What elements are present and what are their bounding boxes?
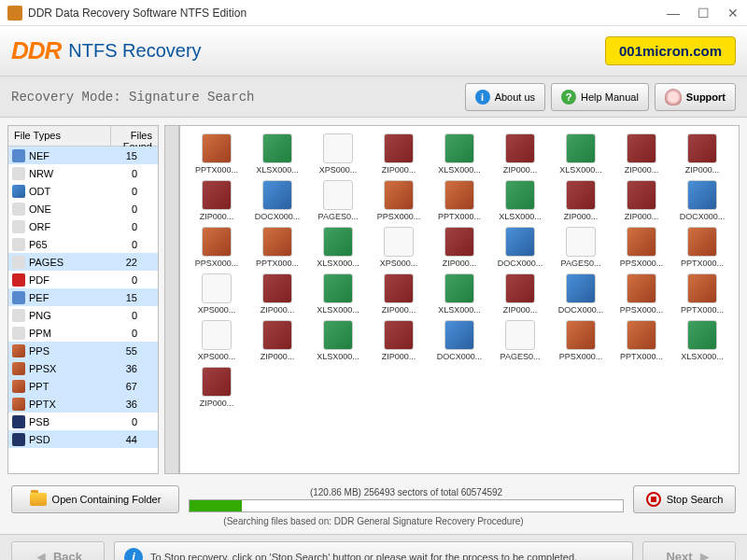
file-type-name: PAGES <box>29 257 109 268</box>
file-item[interactable]: XLSX000... <box>552 133 610 175</box>
file-item[interactable]: DOCX000... <box>430 320 488 361</box>
file-label: ZIP000... <box>382 352 416 361</box>
file-item[interactable]: PAGES0... <box>309 180 367 221</box>
recovery-mode-label: Recovery Mode: Signature Search <box>11 90 459 105</box>
file-item[interactable]: PPTX000... <box>430 180 488 221</box>
file-type-row[interactable]: ORF0 <box>8 217 158 235</box>
file-item[interactable]: PAGES0... <box>552 227 610 268</box>
file-label: PPSX000... <box>559 352 603 361</box>
file-item[interactable]: PPSX000... <box>613 273 670 315</box>
file-type-row[interactable]: PDF0 <box>8 271 158 288</box>
file-item[interactable]: PPTX000... <box>248 227 306 268</box>
file-icon <box>687 273 717 303</box>
file-item[interactable]: XLSX000... <box>491 180 549 221</box>
close-button[interactable]: ✕ <box>726 7 740 20</box>
file-item[interactable]: PPTX000... <box>613 320 670 361</box>
file-type-row[interactable]: PNG0 <box>8 306 158 324</box>
open-containing-folder-button[interactable]: Open Containing Folder <box>11 485 179 513</box>
next-button[interactable]: Next ► <box>642 541 736 561</box>
file-item[interactable]: ZIP000... <box>370 273 428 315</box>
file-type-row[interactable]: P650 <box>8 235 158 253</box>
file-item[interactable]: PPTX000... <box>673 227 731 268</box>
file-item[interactable]: XLSX000... <box>430 273 488 315</box>
file-type-row[interactable]: PPS55 <box>8 342 158 359</box>
file-types-list[interactable]: NEF15NRW0ODT0ONE0ORF0P650PAGES22PDF0PEF1… <box>8 147 158 473</box>
file-item[interactable]: PPSX000... <box>552 320 610 361</box>
file-item[interactable]: ZIP000... <box>248 273 306 315</box>
file-item[interactable]: PPSX000... <box>188 227 246 268</box>
file-type-row[interactable]: NRW0 <box>8 164 158 182</box>
file-item[interactable]: ZIP000... <box>613 133 670 175</box>
maximize-button[interactable]: ☐ <box>697 7 710 20</box>
file-item[interactable]: ZIP000... <box>370 133 428 175</box>
file-item[interactable]: ZIP000... <box>673 133 731 175</box>
file-icon <box>262 133 292 163</box>
minimize-button[interactable]: — <box>667 7 680 20</box>
file-item[interactable]: XPS000... <box>370 227 428 268</box>
back-button[interactable]: ◄ Back <box>11 541 105 561</box>
file-item[interactable]: PPSX000... <box>370 180 428 221</box>
file-item[interactable]: ZIP000... <box>491 133 549 175</box>
file-item[interactable]: PPSX000... <box>613 227 670 268</box>
file-label: XPS000... <box>319 165 358 175</box>
file-icon <box>384 320 414 350</box>
help-button[interactable]: ? Help Manual <box>551 83 649 111</box>
file-item[interactable]: ZIP000... <box>491 273 549 315</box>
file-item[interactable]: XLSX000... <box>430 133 488 175</box>
file-item[interactable]: ZIP000... <box>552 180 610 221</box>
splitter[interactable] <box>164 125 179 474</box>
file-item[interactable]: XPS000... <box>188 273 246 315</box>
file-type-row[interactable]: ODT0 <box>8 182 158 200</box>
file-item[interactable]: XLSX000... <box>673 320 731 361</box>
file-types-panel: File Types Files Found NEF15NRW0ODT0ONE0… <box>7 125 159 474</box>
file-item[interactable]: PPTX000... <box>188 133 246 175</box>
file-item[interactable]: DOCX000... <box>248 180 306 221</box>
back-arrow-icon: ◄ <box>34 549 49 561</box>
file-type-row[interactable]: NEF15 <box>8 147 158 164</box>
file-label: ZIP000... <box>261 352 295 361</box>
file-grid[interactable]: PPTX000...XLSX000...XPS000...ZIP000...XL… <box>179 125 740 474</box>
file-item[interactable]: XLSX000... <box>309 273 367 315</box>
file-item[interactable]: ZIP000... <box>248 320 306 361</box>
file-item[interactable]: XLSX000... <box>248 133 306 175</box>
file-icon <box>505 227 535 257</box>
file-item[interactable]: XPS000... <box>188 320 246 361</box>
file-item[interactable]: XLSX000... <box>309 227 367 268</box>
file-item[interactable]: PPTX000... <box>673 273 731 315</box>
file-type-row[interactable]: PSD44 <box>8 430 158 448</box>
file-item[interactable]: DOCX000... <box>673 180 731 221</box>
file-type-row[interactable]: PPTX36 <box>8 395 158 413</box>
file-item[interactable]: XLSX000... <box>309 320 367 361</box>
file-item[interactable]: DOCX000... <box>552 273 610 315</box>
file-label: PPSX000... <box>195 259 239 268</box>
file-type-row[interactable]: PSB0 <box>8 413 158 430</box>
file-type-row[interactable]: PPSX36 <box>8 359 158 377</box>
file-icon <box>505 133 535 163</box>
file-type-icon <box>12 167 25 180</box>
file-item[interactable]: ZIP000... <box>430 227 488 268</box>
file-type-row[interactable]: PEF15 <box>8 288 158 306</box>
file-type-row[interactable]: PPT67 <box>8 377 158 395</box>
file-item[interactable]: ZIP000... <box>613 180 670 221</box>
file-item[interactable]: XPS000... <box>309 133 367 175</box>
file-item[interactable]: PAGES0... <box>491 320 549 361</box>
file-type-row[interactable]: PPM0 <box>8 324 158 342</box>
file-icon <box>566 227 596 257</box>
support-button[interactable]: Support <box>655 83 736 111</box>
file-item[interactable]: ZIP000... <box>188 367 246 408</box>
about-button[interactable]: i About us <box>465 83 545 111</box>
file-icon <box>384 180 414 210</box>
file-type-row[interactable]: ONE0 <box>8 200 158 217</box>
file-icon <box>687 133 717 163</box>
file-item[interactable]: DOCX000... <box>491 227 549 268</box>
toolbar: Recovery Mode: Signature Search i About … <box>0 77 747 118</box>
main-area: File Types Files Found NEF15NRW0ODT0ONE0… <box>0 118 747 482</box>
file-item[interactable]: ZIP000... <box>188 180 246 221</box>
file-type-row[interactable]: PAGES22 <box>8 253 158 271</box>
file-label: PPTX000... <box>438 212 481 221</box>
stop-search-button[interactable]: Stop Search <box>633 485 736 513</box>
file-label: XLSX000... <box>499 212 542 221</box>
file-item[interactable]: ZIP000... <box>370 320 428 361</box>
folder-icon <box>30 493 47 506</box>
app-icon <box>7 6 22 21</box>
